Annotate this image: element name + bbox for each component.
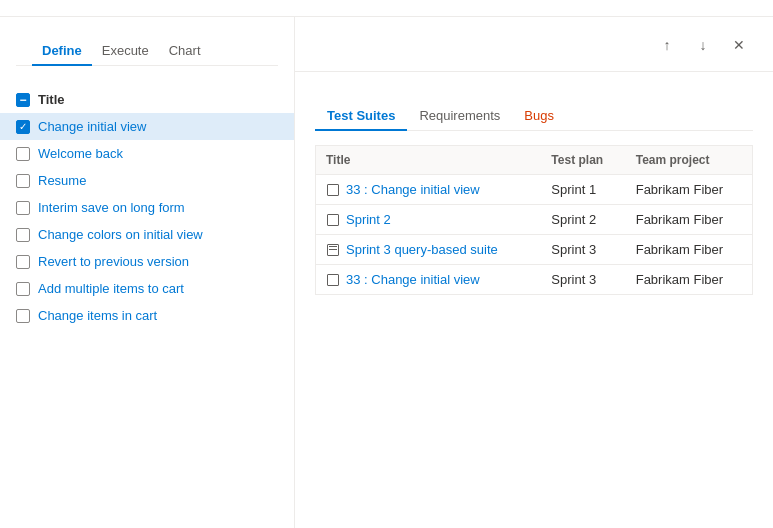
list-item-revert[interactable]: Revert to previous version [0, 248, 294, 275]
checkbox-checked[interactable]: ✓ [16, 120, 30, 134]
list-item-label-change-initial-view: Change initial view [38, 119, 146, 134]
table-body: 33 : Change initial viewSprint 1Fabrikam… [316, 175, 753, 295]
sub-tab-requirements[interactable]: Requirements [407, 102, 512, 131]
right-content: Test SuitesRequirementsBugs TitleTest pl… [295, 72, 773, 528]
list-item-add-multiple[interactable]: Add multiple items to cart [0, 275, 294, 302]
tab-execute[interactable]: Execute [92, 37, 159, 66]
checkbox-unchecked[interactable] [16, 255, 30, 269]
suite-icon [326, 213, 340, 227]
linked-items-table: TitleTest planTeam project 33 : Change i… [315, 145, 753, 295]
cell-team-project: Fabrikam Fiber [626, 205, 753, 235]
cell-test-plan: Sprint 1 [541, 175, 625, 205]
list-item-label-welcome-back: Welcome back [38, 146, 123, 161]
checkbox-unchecked[interactable] [16, 201, 30, 215]
list-item-label-interim-save: Interim save on long form [38, 200, 185, 215]
list-item-label-add-multiple: Add multiple items to cart [38, 281, 184, 296]
cell-test-plan: Sprint 3 [541, 265, 625, 295]
sub-tab-bugs[interactable]: Bugs [512, 102, 566, 131]
main-tabs: DefineExecuteChart [16, 37, 278, 66]
cell-test-plan: Sprint 3 [541, 235, 625, 265]
list-item-interim-save[interactable]: Interim save on long form [0, 194, 294, 221]
table-header: TitleTest planTeam project [316, 146, 753, 175]
list-item-label-change-items: Change items in cart [38, 308, 157, 323]
list-item-label-change-colors: Change colors on initial view [38, 227, 203, 242]
breadcrumb [0, 0, 773, 17]
list-item-welcome-back[interactable]: Welcome back [0, 140, 294, 167]
cell-title: Sprint 2 [316, 205, 542, 235]
navigate-down-button[interactable]: ↓ [689, 31, 717, 59]
table-row[interactable]: 33 : Change initial viewSprint 3Fabrikam… [316, 265, 753, 295]
list-item-label-revert: Revert to previous version [38, 254, 189, 269]
cell-team-project: Fabrikam Fiber [626, 175, 753, 205]
sub-tab-test-suites[interactable]: Test Suites [315, 102, 407, 131]
table-row[interactable]: Sprint 2Sprint 2Fabrikam Fiber [316, 205, 753, 235]
row-title[interactable]: 33 : Change initial view [346, 182, 480, 197]
list-item-change-initial-view[interactable]: ✓Change initial view [0, 113, 294, 140]
cell-title: 33 : Change initial view [316, 175, 542, 205]
cell-team-project: Fabrikam Fiber [626, 265, 753, 295]
left-header: DefineExecuteChart [0, 17, 294, 70]
cell-title: Sprint 3 query-based suite [316, 235, 542, 265]
list-item-label-title: Title [38, 92, 65, 107]
row-title[interactable]: 33 : Change initial view [346, 272, 480, 287]
cell-test-plan: Sprint 2 [541, 205, 625, 235]
right-panel: ↑ ↓ ✕ Test SuitesRequirementsBugs TitleT… [295, 17, 773, 528]
list-item-label-resume: Resume [38, 173, 86, 188]
left-panel: DefineExecuteChart −Title✓Change initial… [0, 17, 295, 528]
query-suite-icon [326, 243, 340, 257]
test-cases-section [0, 70, 294, 86]
col-header-title: Title [316, 146, 542, 175]
suite-icon [326, 183, 340, 197]
list-item-resume[interactable]: Resume [0, 167, 294, 194]
col-header-team-project: Team project [626, 146, 753, 175]
table-row[interactable]: 33 : Change initial viewSprint 1Fabrikam… [316, 175, 753, 205]
cell-title: 33 : Change initial view [316, 265, 542, 295]
row-title[interactable]: Sprint 2 [346, 212, 391, 227]
test-case-list: −Title✓Change initial viewWelcome backRe… [0, 86, 294, 528]
sub-tabs: Test SuitesRequirementsBugs [315, 102, 753, 131]
list-item-title[interactable]: −Title [0, 86, 294, 113]
close-panel-button[interactable]: ✕ [725, 31, 753, 59]
suite-icon [326, 273, 340, 287]
row-title[interactable]: Sprint 3 query-based suite [346, 242, 498, 257]
checkbox-unchecked[interactable] [16, 228, 30, 242]
cell-team-project: Fabrikam Fiber [626, 235, 753, 265]
checkbox-unchecked[interactable] [16, 282, 30, 296]
checkbox-unchecked[interactable] [16, 174, 30, 188]
list-item-change-items[interactable]: Change items in cart [0, 302, 294, 329]
list-item-change-colors[interactable]: Change colors on initial view [0, 221, 294, 248]
checkbox-unchecked[interactable] [16, 309, 30, 323]
col-header-test-plan: Test plan [541, 146, 625, 175]
navigate-up-button[interactable]: ↑ [653, 31, 681, 59]
checkbox-minus[interactable]: − [16, 93, 30, 107]
tab-define[interactable]: Define [32, 37, 92, 66]
tab-chart[interactable]: Chart [159, 37, 211, 66]
table-row[interactable]: Sprint 3 query-based suiteSprint 3Fabrik… [316, 235, 753, 265]
right-panel-header: ↑ ↓ ✕ [295, 17, 773, 72]
checkbox-unchecked[interactable] [16, 147, 30, 161]
